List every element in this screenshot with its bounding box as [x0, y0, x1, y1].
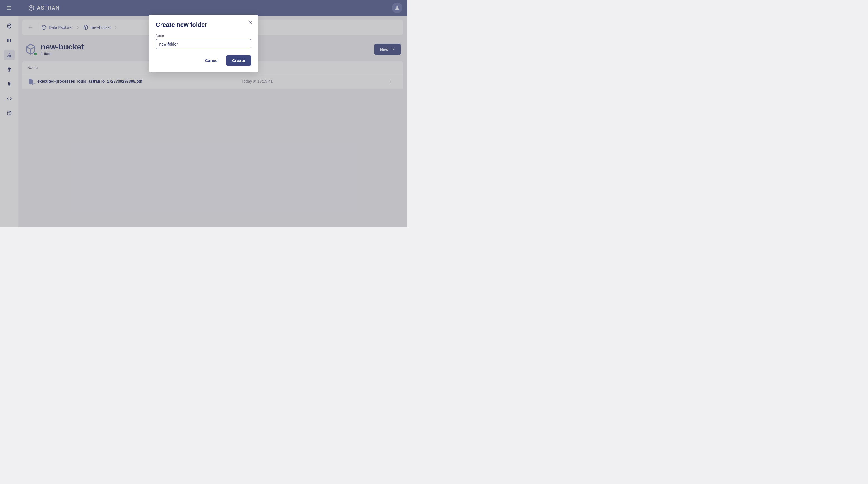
modal-footer: Cancel Create: [156, 55, 251, 66]
modal-overlay[interactable]: Create new folder Name Cancel Create: [0, 0, 407, 227]
modal-name-label: Name: [156, 33, 251, 37]
cancel-button[interactable]: Cancel: [202, 55, 222, 66]
modal-close-button[interactable]: [247, 19, 254, 26]
close-icon: [248, 20, 252, 25]
create-button[interactable]: Create: [226, 55, 251, 66]
modal-title: Create new folder: [156, 21, 251, 29]
folder-name-input[interactable]: [156, 39, 251, 49]
create-folder-modal: Create new folder Name Cancel Create: [149, 14, 258, 72]
